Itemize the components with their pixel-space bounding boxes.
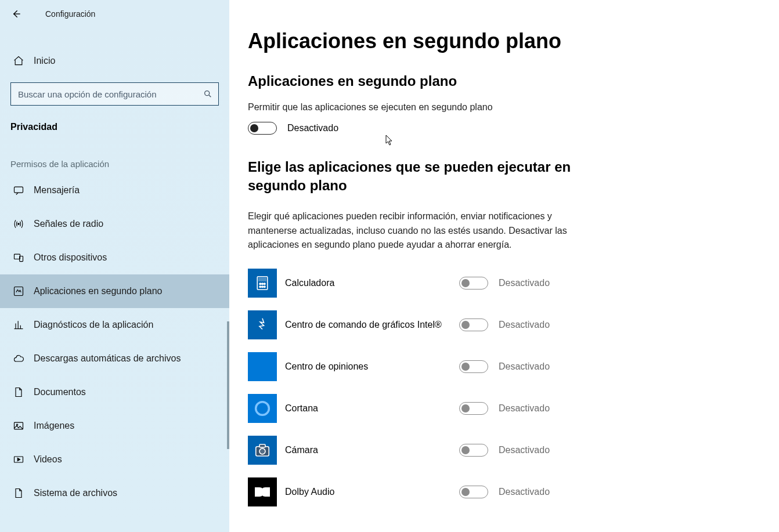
- svg-rect-3: [15, 254, 20, 259]
- search-icon: [203, 89, 212, 99]
- app-toggle-state: Desactivado: [499, 320, 550, 330]
- master-toggle-state: Desactivado: [287, 123, 338, 133]
- app-icon: [248, 477, 277, 506]
- app-name: Centro de opiniones: [285, 360, 442, 373]
- app-toggle[interactable]: [459, 360, 488, 373]
- app-toggle[interactable]: [459, 277, 488, 289]
- page-title: Aplicaciones en segundo plano: [248, 29, 760, 53]
- home-label: Inicio: [34, 56, 55, 66]
- sidebar-item-label: Diagnósticos de la aplicación: [34, 320, 153, 330]
- chat-icon: [13, 184, 26, 196]
- app-row: CortanaDesactivado: [248, 394, 760, 423]
- svg-point-15: [262, 286, 264, 288]
- app-row: Centro de comando de gráficos Intel®Desa…: [248, 310, 760, 339]
- nav-list: MensajeríaSeñales de radioOtros disposit…: [0, 173, 229, 510]
- svg-point-12: [262, 283, 264, 285]
- sidebar-item-label: Descargas automáticas de archivos: [34, 353, 181, 364]
- master-toggle-desc: Permitir que las aplicaciones se ejecute…: [248, 102, 573, 113]
- bgapp-icon: [13, 285, 26, 297]
- app-toggle-state: Desactivado: [499, 445, 550, 455]
- app-icon: [248, 394, 277, 423]
- app-name: Centro de comando de gráficos Intel®: [285, 319, 442, 331]
- svg-point-7: [16, 424, 18, 426]
- choose-title: Elige las aplicaciones que se pueden eje…: [248, 158, 573, 196]
- sidebar-item-label: Aplicaciones en segundo plano: [34, 286, 163, 296]
- choose-desc: Elegir qué aplicaciones pueden recibir i…: [248, 209, 573, 252]
- sidebar-item-label: Imágenes: [34, 421, 74, 431]
- app-toggle-state: Desactivado: [499, 361, 550, 372]
- app-row: Dolby AudioDesactivado: [248, 477, 760, 506]
- app-toggle[interactable]: [459, 402, 488, 415]
- image-icon: [13, 420, 26, 432]
- sub-title: Aplicaciones en segundo plano: [248, 73, 760, 89]
- sidebar-header: Configuración: [0, 0, 229, 28]
- back-button[interactable]: [10, 2, 34, 26]
- svg-point-17: [256, 402, 269, 415]
- app-toggle-state: Desactivado: [499, 403, 550, 414]
- app-list: CalculadoraDesactivadoCentro de comando …: [248, 269, 760, 506]
- sidebar-item-label: Señales de radio: [34, 219, 103, 229]
- svg-point-0: [205, 91, 210, 96]
- app-name: Calculadora: [285, 277, 442, 289]
- sidebar-item-diagnosticos[interactable]: Diagnósticos de la aplicación: [0, 308, 229, 342]
- svg-point-13: [264, 283, 266, 285]
- home-button[interactable]: Inicio: [0, 45, 229, 77]
- app-name: Cortana: [285, 402, 442, 415]
- cloud-icon: [13, 353, 26, 364]
- doc-icon: [13, 487, 26, 499]
- svg-point-2: [18, 223, 20, 225]
- scrollbar-thumb[interactable]: [227, 321, 229, 449]
- main-content: Aplicaciones en segundo plano Aplicacion…: [229, 0, 779, 532]
- sidebar-item-documentos[interactable]: Documentos: [0, 375, 229, 409]
- app-toggle-state: Desactivado: [499, 278, 550, 288]
- svg-point-11: [259, 283, 261, 285]
- sidebar-item-label: Videos: [34, 454, 62, 465]
- app-toggle[interactable]: [459, 319, 488, 331]
- sidebar-item-label: Mensajería: [34, 185, 80, 196]
- app-title: Configuración: [45, 9, 95, 19]
- home-icon: [13, 55, 26, 67]
- sidebar-item-apps-segundo-plano[interactable]: Aplicaciones en segundo plano: [0, 274, 229, 308]
- app-row: CalculadoraDesactivado: [248, 269, 760, 298]
- sidebar-item-label: Sistema de archivos: [34, 488, 117, 498]
- sidebar-item-sistema-archivos[interactable]: Sistema de archivos: [0, 476, 229, 510]
- search-box[interactable]: [10, 82, 219, 106]
- app-row: CámaraDesactivado: [248, 436, 760, 465]
- radio-icon: [13, 218, 26, 230]
- app-row: Centro de opinionesDesactivado: [248, 352, 760, 381]
- app-icon: [248, 436, 277, 465]
- sidebar-item-otros-dispositivos[interactable]: Otros dispositivos: [0, 241, 229, 274]
- sidebar-item-descargas-auto[interactable]: Descargas automáticas de archivos: [0, 342, 229, 375]
- section-title: Privacidad: [0, 106, 229, 136]
- doc-icon: [13, 386, 26, 398]
- section-subtitle: Permisos de la aplicación: [0, 136, 229, 173]
- sidebar-item-label: Documentos: [34, 387, 86, 397]
- sidebar-item-senales-radio[interactable]: Señales de radio: [0, 207, 229, 241]
- app-icon: [248, 269, 277, 298]
- app-name: Cámara: [285, 444, 442, 457]
- app-toggle[interactable]: [459, 486, 488, 498]
- devices-icon: [13, 252, 26, 263]
- app-toggle-state: Desactivado: [499, 487, 550, 497]
- diag-icon: [13, 319, 26, 331]
- app-name: Dolby Audio: [285, 486, 442, 498]
- svg-rect-1: [15, 187, 23, 193]
- master-toggle[interactable]: [248, 122, 277, 135]
- video-icon: [13, 454, 26, 465]
- app-icon: [248, 310, 277, 339]
- svg-point-19: [259, 448, 265, 454]
- svg-point-14: [259, 286, 261, 288]
- search-input[interactable]: [18, 89, 203, 99]
- svg-rect-20: [259, 444, 265, 447]
- arrow-left-icon: [10, 8, 22, 20]
- sidebar-item-mensajeria[interactable]: Mensajería: [0, 173, 229, 207]
- sidebar-item-label: Otros dispositivos: [34, 252, 107, 263]
- sidebar-item-videos[interactable]: Videos: [0, 443, 229, 476]
- app-toggle[interactable]: [459, 444, 488, 457]
- svg-rect-10: [259, 278, 266, 281]
- sidebar: Configuración Inicio Privacidad Permisos…: [0, 0, 229, 532]
- svg-point-16: [264, 286, 266, 288]
- sidebar-item-imagenes[interactable]: Imágenes: [0, 409, 229, 443]
- app-icon: [248, 352, 277, 381]
